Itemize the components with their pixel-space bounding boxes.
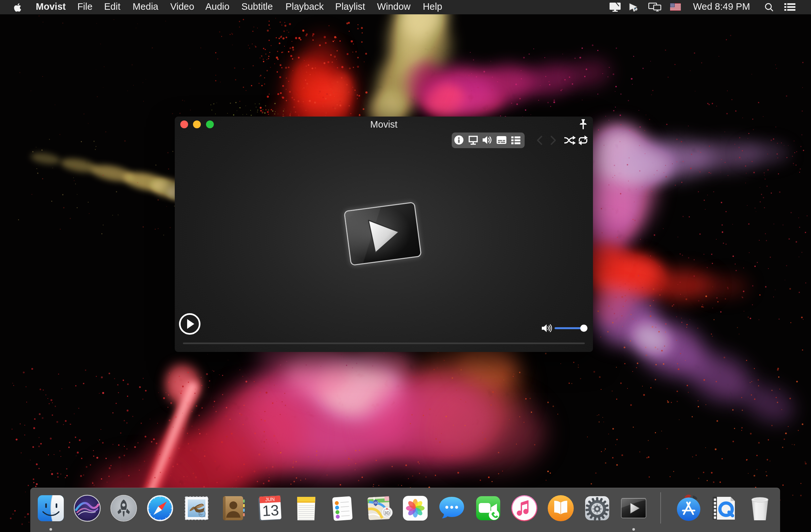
svg-text:3D: 3D xyxy=(384,511,390,515)
svg-text:JUN: JUN xyxy=(265,496,275,502)
svg-text:13: 13 xyxy=(262,502,279,520)
svg-text:280: 280 xyxy=(373,501,379,505)
